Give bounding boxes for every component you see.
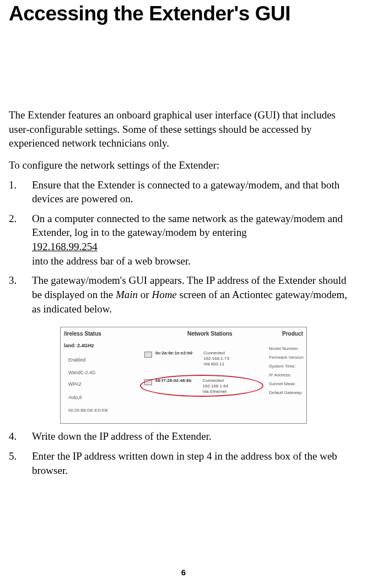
- monitor-icon: [144, 379, 152, 385]
- step-4: 4. Write down the IP address of the Exte…: [9, 429, 358, 444]
- prod-p5: Subnet Mask:: [269, 381, 296, 386]
- fig-wcol-4: Auto,6: [68, 395, 82, 400]
- ns2-mac: 68:f7:28:02:48:8b: [155, 378, 191, 383]
- prod-p3: System Time:: [269, 364, 295, 369]
- step-text: Enter the IP address written down in ste…: [32, 449, 358, 477]
- fig-band: land: 2.4GHz: [64, 343, 94, 348]
- fig-wcol-3: WPA2: [68, 381, 81, 387]
- step-number: 2.: [9, 212, 23, 268]
- ns1-mac: 0c:2a:0e:1e:e2:b0: [155, 350, 192, 355]
- step-number: 3.: [9, 273, 23, 316]
- step-list-cont: 4. Write down the IP address of the Exte…: [9, 429, 358, 477]
- step-text-a: On a computer connected to the same netw…: [32, 213, 343, 239]
- ns2-l1: Connected: [202, 378, 228, 384]
- ip-address-link[interactable]: 192.168.99.254: [32, 241, 98, 252]
- step-1: 1. Ensure that the Extender is connected…: [9, 178, 358, 206]
- step-2: 2. On a computer connected to the same n…: [9, 212, 358, 268]
- fig-hdr-network: Network Stations: [187, 331, 233, 337]
- intro-paragraph: The Extender features an onboard graphic…: [9, 108, 358, 150]
- prod-p1: Model Number:: [269, 346, 299, 351]
- step-text: Write down the IP address of the Extende…: [32, 429, 358, 444]
- step-list: 1. Ensure that the Extender is connected…: [9, 178, 358, 316]
- lead-paragraph: To configure the network settings of the…: [9, 158, 358, 172]
- fig-wcol-5: 00:26:B8:DE:ED:EB: [68, 408, 108, 413]
- step-number: 1.: [9, 178, 23, 206]
- step-text: The gateway/modem's GUI appears. The IP …: [32, 273, 358, 316]
- step-text: On a computer connected to the same netw…: [32, 212, 358, 268]
- step-5: 5. Enter the IP address written down in …: [9, 449, 358, 477]
- fig-hdr-wireless: /ireless Status: [64, 331, 101, 337]
- s3-home: Home: [152, 289, 176, 300]
- step-text-b: into the address bar of a web browser.: [32, 255, 191, 267]
- ns1-l2: 192.168.1.73: [203, 356, 229, 362]
- fig-hdr-product: Product: [282, 331, 303, 337]
- page-number: 6: [0, 568, 367, 577]
- ns1-l1: Connected: [203, 350, 229, 356]
- step-number: 4.: [9, 429, 23, 444]
- prod-p2: Firmware Version:: [269, 355, 304, 360]
- gateway-screenshot: /ireless Status Network Stations Product…: [60, 327, 307, 424]
- monitor-icon: [144, 352, 152, 358]
- ns2-l2: 192.168.1.64: [202, 384, 228, 389]
- ns2-l3: Via Ethernet: [202, 389, 228, 395]
- s3-mid: or: [138, 289, 152, 300]
- page-title: Accessing the Extender's GUI: [9, 0, 358, 25]
- prod-p6: Default Gateway:: [269, 390, 303, 395]
- s3-main: Main: [116, 289, 138, 300]
- prod-p4: IP Address:: [269, 373, 292, 377]
- network-station-2: 68:f7:28:02:48:8b Connected 192.168.1.64…: [144, 378, 228, 394]
- figure-container: /ireless Status Network Stations Product…: [9, 327, 358, 424]
- ns1-l3: Via 802.11: [203, 362, 229, 367]
- step-number: 5.: [9, 449, 23, 477]
- fig-wcol-1: Enabled: [68, 357, 85, 363]
- fig-wcol-2: WandC-2.4G: [68, 370, 95, 375]
- step-3: 3. The gateway/modem's GUI appears. The …: [9, 273, 358, 316]
- step-text: Ensure that the Extender is connected to…: [32, 178, 358, 206]
- network-station-1: 0c:2a:0e:1e:e2:b0 Connected 192.168.1.73…: [144, 350, 229, 366]
